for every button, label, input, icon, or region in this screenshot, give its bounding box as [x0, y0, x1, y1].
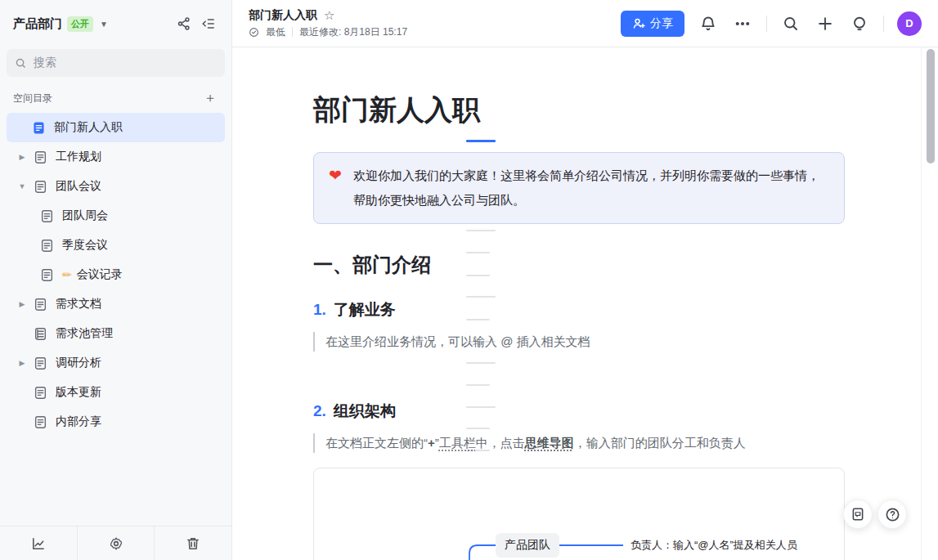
heading-understand-business: 1. 了解业务 — [313, 299, 845, 320]
doc-icon — [33, 356, 47, 370]
doc-assistant-button[interactable] — [843, 500, 873, 529]
list-number: 1. — [313, 299, 326, 320]
public-badge: 公开 — [67, 16, 93, 32]
chevron-right-icon[interactable]: ▶ — [16, 359, 28, 367]
analytics-button[interactable] — [0, 526, 77, 560]
lightbulb-icon[interactable] — [849, 13, 870, 34]
doc-icon — [39, 238, 54, 253]
last-modified: 最近修改: 8月18日 15:17 — [299, 25, 407, 39]
callout-text: 欢迎你加入我们的大家庭！这里将会简单介绍公司情况，并列明你需要做的一些事情，帮助… — [353, 164, 824, 213]
mindmap-node-product-team[interactable]: 产品团队 — [496, 533, 559, 558]
search-icon[interactable] — [780, 13, 801, 34]
notifications-bell-icon[interactable] — [698, 13, 719, 34]
list-number: 2. — [313, 401, 326, 422]
more-options-icon[interactable] — [732, 13, 753, 34]
workspace-header: 产品部门 公开 ▼ — [0, 0, 231, 47]
search-icon — [15, 57, 27, 69]
document-body[interactable]: 部门新人入职 ❤ 欢迎你加入我们的大家庭！这里将会简单介绍公司情况，并列明你需要… — [232, 47, 938, 560]
workspace-name: 产品部门 — [13, 16, 62, 32]
doc-feedback-icon — [850, 507, 865, 522]
quote-text-segment: 中，点击 — [476, 436, 525, 450]
security-level-icon — [249, 27, 259, 38]
mindmap-embed[interactable]: 产品团队 负责人：输入“@人名”提及相关人员 — [313, 468, 845, 560]
doc-icon — [33, 297, 47, 311]
doc-icon — [39, 208, 54, 223]
quote-text-segment: 工具栏 — [439, 436, 476, 450]
sidebar-item-team-weekly[interactable]: 团队周会 — [7, 201, 225, 231]
person-add-icon — [632, 17, 645, 30]
chevron-right-icon[interactable]: ▶ — [16, 153, 28, 161]
pencil-emoji-icon: ✏ — [62, 268, 72, 281]
sidebar-item-requirement-pool[interactable]: 需求池管理 — [7, 319, 225, 348]
sidebar-item-team-meeting[interactable]: ▼ 团队会议 — [7, 172, 225, 201]
trash-button[interactable] — [154, 526, 231, 560]
share-network-icon[interactable] — [174, 14, 194, 34]
chevron-down-icon[interactable]: ▼ — [16, 182, 28, 190]
scroll-gutter-divider — [921, 47, 922, 560]
chevron-down-icon[interactable]: ▼ — [100, 20, 108, 29]
doc-icon — [33, 385, 47, 400]
callout-block[interactable]: ❤ 欢迎你加入我们的大家庭！这里将会简单介绍公司情况，并列明你需要做的一些事情，… — [313, 152, 845, 224]
doc-icon — [33, 414, 47, 429]
sidebar-item-meeting-notes[interactable]: ✏ 会议记录 — [7, 260, 225, 289]
line-chart-icon — [31, 536, 46, 551]
sidebar: 产品部门 公开 ▼ 搜索 空间目录 ＋ 部门新人入职 ▶ 工作规划 ▼ 团队会 — [0, 0, 232, 560]
scrollbar-thumb[interactable] — [927, 49, 935, 164]
doc-header-title: 部门新人入职 — [249, 8, 317, 23]
sidebar-item-version-update[interactable]: 版本更新 — [7, 378, 225, 407]
trash-icon — [186, 536, 200, 551]
mindmap-note[interactable]: 负责人：输入“@人名”提及相关人员 — [631, 538, 797, 553]
chevron-right-icon[interactable]: ▶ — [16, 300, 28, 308]
main-area: 部门新人入职 ☆ 最低 最近修改: 8月18日 15:17 分享 — [232, 0, 938, 560]
search-placeholder: 搜索 — [34, 56, 56, 70]
quote-text-segment: 思维导图 — [525, 436, 574, 450]
doc-icon — [33, 179, 47, 194]
share-button[interactable]: 分享 — [621, 11, 684, 37]
sidebar-item-research-analysis[interactable]: ▶ 调研分析 — [7, 348, 225, 378]
sidebar-footer — [0, 526, 231, 560]
security-level-label[interactable]: 最低 — [266, 25, 285, 39]
heading-org-structure: 2. 组织架构 — [313, 401, 845, 422]
sidebar-item-internal-sharing[interactable]: 内部分享 — [7, 407, 225, 437]
help-button[interactable] — [877, 500, 907, 529]
doc-icon — [31, 120, 46, 135]
create-new-icon[interactable] — [815, 13, 836, 34]
table-icon — [33, 326, 47, 341]
sidebar-item-work-plan[interactable]: ▶ 工作规划 — [7, 142, 225, 172]
heart-emoji-icon: ❤ — [329, 164, 342, 213]
search-input[interactable]: 搜索 — [7, 49, 225, 77]
page-title: 部门新人入职 — [313, 92, 845, 128]
quote-text-segment: + — [428, 436, 435, 450]
sidebar-tree: 部门新人入职 ▶ 工作规划 ▼ 团队会议 团队周会 季度会议 ✏ 会议记录 ▶ — [0, 113, 231, 526]
collapse-sidebar-icon[interactable] — [199, 14, 218, 34]
quote-block[interactable]: 在文档正文左侧的“+”工具栏中，点击思维导图，输入部门的团队分工和负责人 — [313, 433, 845, 453]
add-page-icon[interactable]: ＋ — [202, 90, 218, 106]
avatar[interactable]: D — [897, 11, 922, 36]
sidebar-item-requirement-doc[interactable]: ▶ 需求文档 — [7, 289, 225, 319]
heading-dept-intro: 一、部门介绍 — [313, 252, 845, 278]
star-icon[interactable]: ☆ — [324, 9, 334, 21]
sidebar-item-quarterly-meeting[interactable]: 季度会议 — [7, 231, 225, 260]
quote-block[interactable]: 在这里介绍业务情况，可以输入 @ 插入相关文档 — [313, 332, 845, 352]
doc-icon — [39, 267, 54, 282]
document-header: 部门新人入职 ☆ 最低 最近修改: 8月18日 15:17 分享 — [232, 0, 938, 47]
quote-text-segment: 在这里介绍业务情况，可以输入 @ 插入相关文档 — [325, 334, 590, 348]
quote-text-segment: ，输入部门的团队分工和负责人 — [574, 436, 746, 450]
gear-icon — [109, 536, 123, 551]
doc-icon — [33, 150, 47, 164]
quote-text-segment: 在文档正文左侧的“ — [325, 436, 428, 450]
question-mark-icon — [885, 507, 900, 522]
sidebar-item-dept-onboarding[interactable]: 部门新人入职 — [7, 113, 225, 142]
settings-button[interactable] — [77, 526, 155, 560]
space-directory-label: 空间目录 — [13, 92, 202, 105]
